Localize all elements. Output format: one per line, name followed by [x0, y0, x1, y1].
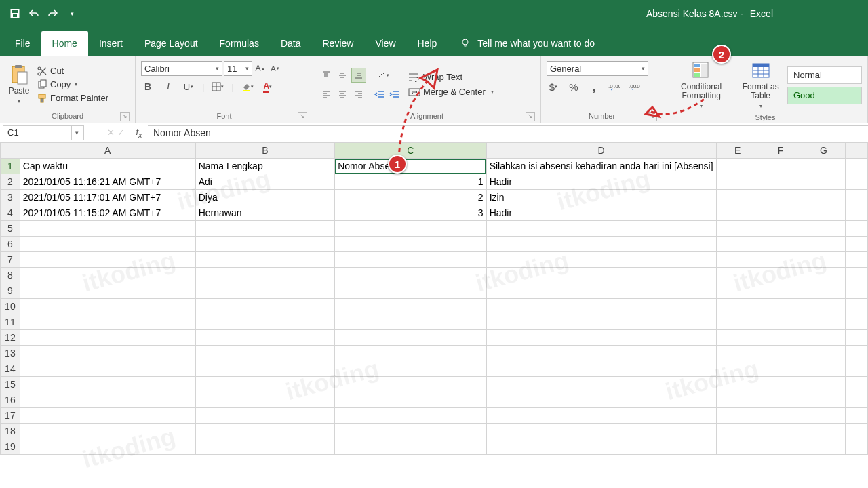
row-header-14[interactable]: 14	[1, 361, 20, 377]
row-header-17[interactable]: 17	[1, 408, 20, 424]
row-header-4[interactable]: 4	[1, 205, 20, 221]
accounting-format-button[interactable]: $▾	[547, 80, 560, 94]
cell-A2[interactable]: 2021/01/05 11:16:21 AM GMT+7	[20, 174, 195, 190]
row-header-6[interactable]: 6	[1, 237, 20, 252]
align-top-button[interactable]	[319, 68, 334, 83]
name-box[interactable]: C1 ▾	[3, 125, 84, 140]
row-header-9[interactable]: 9	[1, 283, 20, 299]
enter-formula-icon[interactable]: ✓	[117, 127, 125, 138]
cell-C2[interactable]: 1	[335, 174, 486, 190]
tab-data[interactable]: Data	[270, 31, 312, 56]
number-dialog-launcher[interactable]: ↘	[648, 112, 657, 121]
cell-C1[interactable]: Nomor Absen	[335, 159, 486, 174]
col-header-G[interactable]: G	[802, 143, 846, 159]
increase-font-icon[interactable]: A▲	[254, 62, 267, 75]
cell-C4[interactable]: 3	[335, 205, 486, 221]
number-format-select[interactable]: General▾	[547, 61, 648, 76]
cell-style-normal[interactable]: Normal	[787, 66, 862, 84]
row-header-5[interactable]: 5	[1, 221, 20, 237]
cell-D3[interactable]: Izin	[486, 190, 716, 205]
col-header-H[interactable]	[845, 143, 867, 159]
select-all-corner[interactable]	[1, 143, 20, 159]
bold-button[interactable]: B	[141, 80, 155, 94]
col-header-F[interactable]: F	[759, 143, 802, 159]
paste-button[interactable]: Paste ▾	[5, 62, 33, 107]
cell-E1[interactable]	[716, 159, 759, 174]
borders-button[interactable]: ▾	[211, 80, 224, 94]
format-painter-button[interactable]: Format Painter	[37, 93, 108, 104]
row-header-2[interactable]: 2	[1, 174, 20, 190]
tab-insert[interactable]: Insert	[88, 31, 134, 56]
cell-B3[interactable]: Diya	[195, 190, 334, 205]
row-header-7[interactable]: 7	[1, 252, 20, 268]
decrease-indent-button[interactable]	[373, 87, 387, 101]
row-header-10[interactable]: 10	[1, 299, 20, 314]
cell-C3[interactable]: 2	[335, 190, 486, 205]
cell-F1[interactable]	[759, 159, 802, 174]
cell-G1[interactable]	[802, 159, 846, 174]
row-header-3[interactable]: 3	[1, 190, 20, 205]
comma-format-button[interactable]: ,	[587, 80, 601, 94]
copy-button[interactable]: Copy▾	[37, 79, 108, 90]
increase-indent-button[interactable]	[388, 87, 401, 101]
col-header-D[interactable]: D	[486, 143, 716, 159]
font-name-select[interactable]: Calibri▾	[141, 61, 222, 76]
decrease-decimal-button[interactable]: .00.0	[628, 80, 642, 94]
font-size-select[interactable]: 11▾	[224, 61, 252, 76]
merge-center-button[interactable]: Merge & Center▾	[408, 87, 494, 98]
cell-A1[interactable]: Cap waktu	[20, 159, 195, 174]
increase-decimal-button[interactable]: .0.00	[608, 80, 621, 94]
row-header-11[interactable]: 11	[1, 314, 20, 330]
tell-me-search[interactable]: Tell me what you want to do	[460, 38, 595, 56]
row-header-13[interactable]: 13	[1, 346, 20, 361]
tab-file[interactable]: File	[4, 31, 41, 56]
cancel-formula-icon[interactable]: ✕	[107, 127, 115, 138]
decrease-font-icon[interactable]: A▼	[269, 62, 282, 75]
col-header-E[interactable]: E	[716, 143, 759, 159]
row-header-8[interactable]: 8	[1, 268, 20, 283]
tab-page-layout[interactable]: Page Layout	[134, 31, 209, 56]
row-header-12[interactable]: 12	[1, 330, 20, 346]
underline-button[interactable]: U▾	[182, 80, 195, 94]
col-header-B[interactable]: B	[195, 143, 334, 159]
tab-formulas[interactable]: Formulas	[209, 31, 270, 56]
row-header-16[interactable]: 16	[1, 392, 20, 408]
cell-B1[interactable]: Nama Lengkap	[195, 159, 334, 174]
format-as-table-button[interactable]: Format as Table▾	[736, 58, 785, 112]
cell-A4[interactable]: 2021/01/05 11:15:02 AM GMT+7	[20, 205, 195, 221]
cell-B4[interactable]: Hernawan	[195, 205, 334, 221]
save-icon[interactable]	[9, 8, 20, 19]
cell-style-good[interactable]: Good	[787, 87, 862, 104]
tab-view[interactable]: View	[364, 31, 406, 56]
row-header-18[interactable]: 18	[1, 424, 20, 439]
font-color-button[interactable]: A▾	[261, 80, 275, 94]
tab-review[interactable]: Review	[312, 31, 365, 56]
align-right-button[interactable]	[351, 87, 366, 102]
row-header-1[interactable]: 1	[1, 159, 20, 174]
align-center-button[interactable]	[335, 87, 350, 102]
undo-icon[interactable]	[28, 8, 39, 19]
italic-button[interactable]: I	[161, 80, 175, 94]
font-dialog-launcher[interactable]: ↘	[298, 112, 307, 121]
clipboard-dialog-launcher[interactable]: ↘	[120, 112, 130, 121]
fill-color-button[interactable]: ▾	[241, 80, 254, 94]
cell-B2[interactable]: Adi	[195, 174, 334, 190]
fx-icon[interactable]: fx	[130, 127, 148, 139]
row-header-19[interactable]: 19	[1, 439, 20, 455]
wrap-text-button[interactable]: Wrap Text	[408, 72, 494, 83]
percent-format-button[interactable]: %	[567, 80, 580, 94]
align-middle-button[interactable]	[335, 68, 350, 83]
align-left-button[interactable]	[319, 87, 334, 102]
formula-input[interactable]: Nomor Absen	[148, 125, 868, 140]
cell-A3[interactable]: 2021/01/05 11:17:01 AM GMT+7	[20, 190, 195, 205]
cell-D1[interactable]: Silahkan isi absensi kehadiran anda hari…	[486, 159, 716, 174]
cut-button[interactable]: Cut	[37, 66, 108, 77]
tab-home[interactable]: Home	[41, 31, 88, 56]
col-header-C[interactable]: C	[335, 143, 486, 159]
tab-help[interactable]: Help	[407, 31, 448, 56]
row-header-15[interactable]: 15	[1, 377, 20, 392]
worksheet-grid[interactable]: A B C D E F G 1 Cap waktu Nama Lengkap N…	[0, 142, 868, 455]
align-bottom-button[interactable]	[351, 68, 366, 83]
cell-D4[interactable]: Hadir	[486, 205, 716, 221]
conditional-formatting-button[interactable]: Conditional Formatting▾	[669, 58, 734, 112]
